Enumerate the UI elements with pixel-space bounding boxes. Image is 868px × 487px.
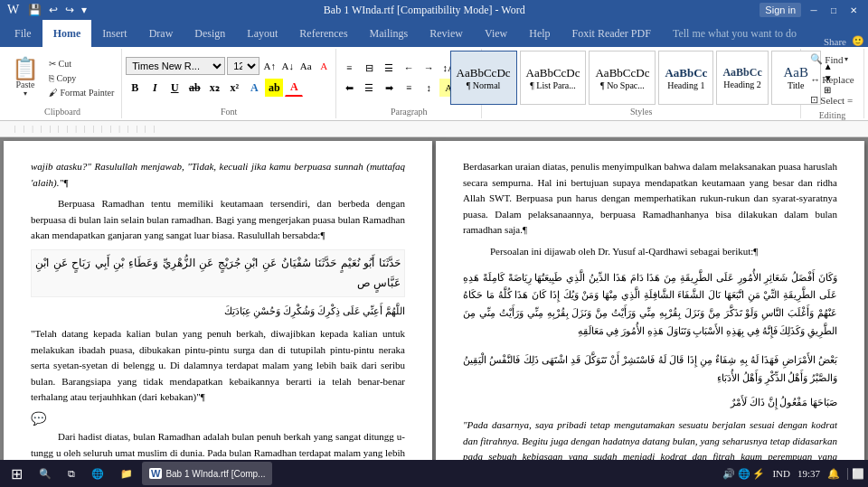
change-case-button[interactable]: Aa — [297, 58, 314, 74]
tab-references[interactable]: References — [288, 20, 358, 47]
format-painter-button[interactable]: 🖌 Format Painter — [45, 86, 118, 99]
bullets-button[interactable]: ≡ — [340, 59, 358, 77]
close-button[interactable]: ✕ — [846, 3, 861, 17]
maximize-button[interactable]: □ — [826, 3, 841, 17]
tab-mailings[interactable]: Mailings — [359, 20, 420, 47]
select-button[interactable]: ⊡ Select = — [806, 91, 858, 108]
find-button[interactable]: 🔍 Find ▾ — [806, 51, 858, 68]
save-qat-button[interactable]: 💾 — [26, 2, 43, 19]
editing-label: Editing — [819, 110, 845, 120]
minimize-button[interactable]: ─ — [807, 3, 821, 17]
find-dropdown[interactable]: ▾ — [844, 55, 848, 63]
sign-in-button[interactable]: Sign in — [760, 3, 801, 17]
clipboard-small-buttons: ✂ Cut ⎘ Copy 🖌 Format Painter — [45, 57, 118, 99]
style-heading1[interactable]: AaBbCc Heading 1 — [658, 51, 713, 105]
align-center-button[interactable]: ☰ — [360, 79, 378, 97]
justify-button[interactable]: ≡ — [400, 79, 418, 97]
tab-file[interactable]: File — [4, 20, 42, 47]
decrease-indent-button[interactable]: ← — [400, 59, 418, 77]
strikethrough-button[interactable]: ab — [185, 79, 203, 97]
tab-insert[interactable]: Insert — [91, 20, 137, 47]
underline-button[interactable]: U — [165, 79, 184, 97]
font-name-select[interactable]: Times New R... — [126, 57, 225, 75]
editing-group: 🔍 Find ▾ ↔ Replace ⊡ Select = Editing — [801, 49, 864, 118]
italic-button[interactable]: I — [146, 79, 164, 97]
paste-button[interactable]: 📋 Paste ▾ — [7, 55, 43, 100]
multilevel-button[interactable]: ☰ — [380, 59, 398, 77]
notification-button[interactable]: 🔔 — [827, 468, 840, 480]
style-normal-label: ¶ Normal — [467, 80, 501, 90]
search-taskbar-button[interactable]: 🔍 — [32, 462, 59, 485]
tab-review[interactable]: Review — [419, 20, 474, 47]
copy-button[interactable]: ⎘ Copy — [45, 71, 118, 85]
explorer-button[interactable]: 📁 — [113, 462, 140, 485]
page2-arabic3: صَبَاحَهَا مَفْعُولُ إِنَّ ذَاكَ لَأَمْر… — [463, 394, 837, 412]
bold-button[interactable]: B — [126, 79, 144, 97]
page1-arabic: حَدَّثَنَا أَبُو نُعَيْمٍ حَدَّثَنَا سُف… — [31, 249, 405, 297]
edge-button[interactable]: 🌐 — [84, 462, 111, 485]
tab-design[interactable]: Design — [184, 20, 236, 47]
text-highlight-button[interactable]: ab — [265, 79, 283, 97]
style-heading2[interactable]: AaBbCc Heading 2 — [716, 51, 768, 105]
tab-help[interactable]: Help — [518, 20, 561, 47]
style-listpara-label: ¶ List Para... — [530, 80, 575, 90]
font-color-button[interactable]: A — [285, 79, 303, 97]
clear-format-button[interactable]: A — [316, 58, 332, 74]
style-nospace-preview: AaBbCcDc — [595, 66, 649, 80]
tab-view[interactable]: View — [474, 20, 518, 47]
word-logo-icon[interactable]: W — [7, 3, 19, 17]
paste-dropdown[interactable]: ▾ — [24, 89, 27, 98]
font-group: Times New R... 12 A↑ A↓ Aa A B I U ab x₂… — [122, 49, 336, 118]
page-1[interactable]: wajib atasku?" Rasulullah menjawab, "Tid… — [4, 141, 432, 462]
style-h1-preview: AaBbCc — [665, 66, 707, 80]
font-size-select[interactable]: 12 — [227, 57, 259, 75]
search-icon: 🔍 — [810, 53, 823, 65]
font-format-row: B I U ab x₂ x² A ab A — [126, 79, 332, 97]
text-effects-button[interactable]: A — [245, 79, 263, 97]
task-view-button[interactable]: ⧉ — [61, 462, 82, 485]
numbering-button[interactable]: ⊟ — [360, 59, 378, 77]
quick-access-toolbar: 💾 ↩ ↪ ▾ — [26, 2, 89, 19]
style-h1-label: Heading 1 — [667, 80, 704, 90]
subscript-button[interactable]: x₂ — [205, 79, 223, 97]
style-normal[interactable]: AaBbCcDc ¶ Normal — [450, 51, 517, 105]
system-locale: IND — [772, 468, 790, 479]
format-painter-icon: 🖌 — [49, 88, 58, 98]
cut-button[interactable]: ✂ Cut — [45, 57, 118, 70]
superscript-button[interactable]: x² — [225, 79, 243, 97]
scissors-icon: ✂ — [49, 59, 56, 69]
word-taskbar-button[interactable]: W Bab 1 WInda.rtf [Comp... — [142, 462, 272, 485]
font-grow-button[interactable]: A↑ — [261, 58, 278, 74]
ribbon-content: 📋 Paste ▾ ✂ Cut ⎘ Copy 🖌 Format Painter — [0, 47, 868, 121]
undo-qat-button[interactable]: ↩ — [47, 2, 60, 19]
increase-indent-button[interactable]: → — [420, 59, 438, 77]
tab-draw[interactable]: Draw — [138, 20, 184, 47]
word-taskbar-label: Bab 1 WInda.rtf [Comp... — [165, 469, 265, 479]
show-desktop-button[interactable]: ⬜ — [847, 468, 864, 480]
tab-home[interactable]: Home — [42, 20, 92, 47]
replace-button[interactable]: ↔ Replace — [806, 71, 858, 88]
clipboard-group: 📋 Paste ▾ ✂ Cut ⎘ Copy 🖌 Format Painter — [4, 49, 122, 118]
tab-foxit[interactable]: Foxit Reader PDF — [561, 20, 662, 47]
tab-layout[interactable]: Layout — [236, 20, 288, 47]
page-2[interactable]: Berdasarkan uraian diatas, penulis menyi… — [436, 141, 864, 462]
align-left-button[interactable]: ⬅ — [340, 79, 358, 97]
window-title: Bab 1 WInda.rtf [Compatibility Mode] - W… — [89, 4, 760, 17]
style-list-para[interactable]: AaBbCcDc ¶ List Para... — [520, 51, 587, 105]
share-button[interactable]: Share — [824, 36, 846, 47]
ribbon-tabs: File Home Insert Draw Design Layout Refe… — [0, 20, 868, 47]
line-spacing-button[interactable]: ↕ — [420, 79, 438, 97]
system-time: 19:37 — [797, 468, 820, 479]
font-shrink-button[interactable]: A↓ — [279, 58, 296, 74]
clipboard-group-content: 📋 Paste ▾ ✂ Cut ⎘ Copy 🖌 Format Painter — [7, 51, 118, 105]
qat-dropdown-button[interactable]: ▾ — [80, 2, 89, 19]
style-no-spacing[interactable]: AaBbCcDc ¶ No Spac... — [589, 51, 656, 105]
start-button[interactable]: ⊞ — [4, 462, 30, 485]
redo-qat-button[interactable]: ↪ — [63, 2, 76, 19]
align-right-button[interactable]: ➡ — [380, 79, 398, 97]
page2-italic: "Pada dasarnya, saya pribadi tetap mengu… — [463, 417, 837, 462]
ruler: | | | | | | | | | | | | | | | | | — [0, 121, 868, 137]
comments-button[interactable]: 🙂 — [852, 35, 864, 47]
page2-arabic2: بَعْضُ الأَمْرَاضِ فَهَذَا لَهُ بِهِ شِف… — [463, 350, 837, 389]
tab-tell-me[interactable]: Tell me what you want to do — [662, 20, 807, 47]
